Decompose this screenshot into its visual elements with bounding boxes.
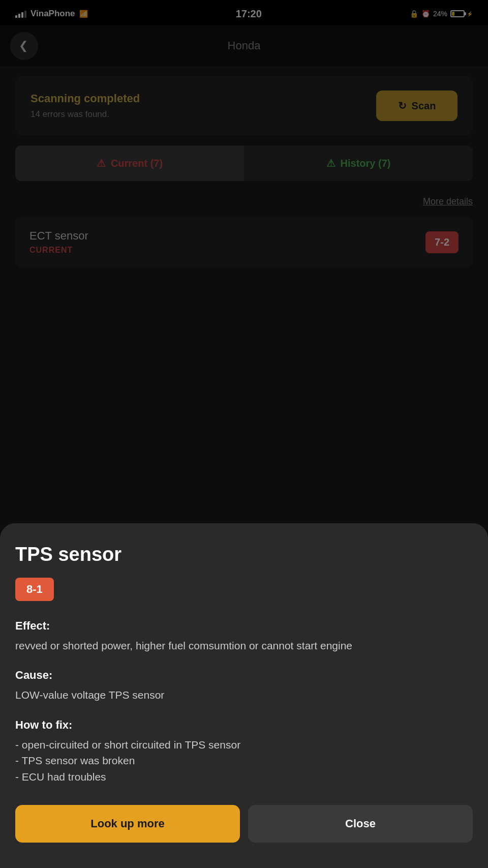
- bottom-sheet: TPS sensor 8-1 Effect: revved or shorted…: [0, 523, 488, 869]
- lookup-button[interactable]: Look up more: [15, 805, 240, 843]
- how-to-fix-label: How to fix:: [15, 719, 473, 732]
- sheet-title: TPS sensor: [15, 544, 473, 565]
- sheet-buttons: Look up more Close: [15, 805, 473, 843]
- cause-body: LOW-value voltage TPS sensor: [15, 687, 473, 703]
- effect-body: revved or shorted power, higher fuel com…: [15, 638, 473, 654]
- how-to-fix-section: How to fix: - open-circuited or short ci…: [15, 719, 473, 785]
- how-to-fix-body: - open-circuited or short circuited in T…: [15, 737, 473, 785]
- cause-label: Cause:: [15, 669, 473, 682]
- close-button[interactable]: Close: [248, 805, 473, 843]
- cause-section: Cause: LOW-value voltage TPS sensor: [15, 669, 473, 703]
- effect-label: Effect:: [15, 619, 473, 633]
- effect-section: Effect: revved or shorted power, higher …: [15, 619, 473, 654]
- sheet-code-badge: 8-1: [15, 578, 54, 601]
